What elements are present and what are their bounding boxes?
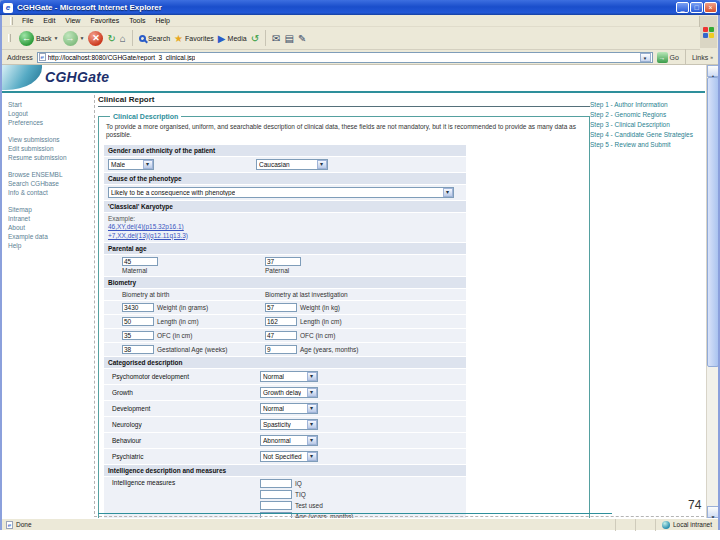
cause-select[interactable]: Likely to be a consequence with phenotyp…: [108, 187, 454, 198]
stop-button[interactable]: ✕: [88, 31, 103, 46]
biometry-birth-label: Length (in cm): [157, 318, 199, 325]
close-button[interactable]: ×: [704, 2, 717, 13]
biometry-birth-input[interactable]: 35: [122, 331, 154, 340]
category-value: Growth delay: [263, 389, 301, 396]
status-page-icon: e: [6, 521, 13, 529]
category-select[interactable]: Normal: [260, 371, 318, 382]
intelligence-input[interactable]: [260, 490, 292, 499]
category-select[interactable]: Growth delay: [260, 387, 318, 398]
nav-link[interactable]: Resume submission: [8, 153, 92, 162]
biometry-last-input[interactable]: 9: [265, 345, 297, 354]
nav-link[interactable]: Sitemap: [8, 205, 92, 214]
menu-item[interactable]: View: [60, 17, 85, 24]
biometry-last-input[interactable]: 47: [265, 331, 297, 340]
biometry-birth-cell: 50 Length (in cm): [108, 317, 251, 326]
menu-item[interactable]: Edit: [38, 17, 60, 24]
category-value: Abnormal: [263, 437, 291, 444]
history-icon: ↺: [251, 31, 259, 46]
go-button[interactable]: → Go: [657, 52, 679, 63]
address-input[interactable]: e http://localhost:8080/CGHGate/report_3…: [37, 52, 653, 63]
menu-item[interactable]: Favorites: [85, 17, 124, 24]
nav-link[interactable]: Info & contact: [8, 188, 92, 197]
back-label: Back: [36, 35, 52, 42]
search-icon: [139, 35, 146, 42]
menu-item[interactable]: Help: [151, 17, 175, 24]
paternal-age-input[interactable]: 37: [265, 257, 301, 266]
biometry-birth-input[interactable]: 3430: [122, 303, 154, 312]
maternal-age-input[interactable]: 45: [122, 257, 158, 266]
step-link[interactable]: Step 3 - Clinical Description: [590, 120, 712, 130]
biometry-birth-input[interactable]: 50: [122, 317, 154, 326]
slide-page-number: 74: [688, 498, 701, 512]
nav-link[interactable]: Logout: [8, 109, 92, 118]
category-select[interactable]: Not Specified: [260, 451, 318, 462]
nav-link[interactable]: Intranet: [8, 214, 92, 223]
intelligence-field-label: IQ: [295, 480, 302, 487]
search-button[interactable]: Search: [139, 35, 170, 42]
back-icon: ←: [19, 31, 34, 46]
scrollbar-thumb[interactable]: [707, 77, 718, 367]
biometry-row: 3430 Weight (in grams) 57 Weight (in kg): [104, 301, 466, 315]
back-button[interactable]: ← Back ▼: [19, 31, 59, 46]
chevron-down-icon: [307, 404, 317, 413]
biometry-last-input[interactable]: 162: [265, 317, 297, 326]
menu-item[interactable]: Tools: [124, 17, 150, 24]
clinical-form: Gender and ethnicity of the patient Male…: [104, 145, 466, 518]
menu-item[interactable]: File: [17, 17, 38, 24]
address-url: http://localhost:8080/CGHGate/report_3_c…: [48, 54, 196, 61]
report-main: Clinical Report Clinical Description To …: [98, 95, 590, 518]
step-link[interactable]: Step 1 - Author Information: [590, 100, 712, 110]
nav-link[interactable]: Preferences: [8, 118, 92, 127]
browser-window: e CGHGate - Microsoft Internet Explorer …: [0, 0, 720, 530]
karyotype-link[interactable]: +7,XX,del(13)(q12.11q13.3): [108, 232, 462, 241]
category-select[interactable]: Normal: [260, 403, 318, 414]
scroll-down-icon[interactable]: [707, 506, 718, 518]
window-title: CGHGate - Microsoft Internet Explorer: [17, 3, 162, 12]
nav-link[interactable]: Browse ENSEMBL: [8, 170, 92, 179]
home-button[interactable]: ⌂: [120, 31, 126, 46]
nav-link[interactable]: Start: [8, 100, 92, 109]
nav-link[interactable]: Edit submission: [8, 144, 92, 153]
biometry-birth-cell: 3430 Weight (in grams): [108, 303, 251, 312]
mail-button[interactable]: ✉: [272, 31, 280, 46]
nav-link[interactable]: View submissions: [8, 135, 92, 144]
address-dropdown-button[interactable]: ▼: [640, 53, 651, 62]
nav-link[interactable]: About: [8, 223, 92, 232]
maternal-label: Maternal: [122, 267, 251, 274]
category-value: Normal: [263, 405, 284, 412]
step-link[interactable]: Step 2 - Genomic Regions: [590, 110, 712, 120]
intelligence-input[interactable]: [260, 479, 292, 488]
search-label: Search: [148, 35, 170, 42]
category-select[interactable]: Spasticity: [260, 419, 318, 430]
nav-link[interactable]: Help: [8, 241, 92, 250]
category-select[interactable]: Abnormal: [260, 435, 318, 446]
karyotype-link[interactable]: 46,XY,del(4)(p15.32p16.1): [108, 223, 462, 232]
forward-button[interactable]: → ▼: [63, 31, 85, 46]
minimize-button[interactable]: _: [676, 2, 689, 13]
edit-button[interactable]: ✎: [298, 31, 306, 46]
maximize-button[interactable]: □: [690, 2, 703, 13]
step-link[interactable]: Step 5 - Review and Submit: [590, 140, 712, 150]
links-bar-toggle[interactable]: Links »: [692, 54, 713, 61]
favorites-button[interactable]: ★ Favorites: [174, 31, 214, 46]
history-button[interactable]: ↺: [251, 31, 259, 46]
biometry-birth-input[interactable]: 38: [122, 345, 154, 354]
refresh-button[interactable]: ↻: [107, 31, 115, 46]
category-value: Spasticity: [263, 421, 291, 428]
media-button[interactable]: ▶ Media: [218, 31, 247, 46]
category-value: Normal: [263, 373, 284, 380]
ethnicity-select[interactable]: Caucasian: [256, 159, 328, 170]
nav-link[interactable]: Search CGHbase: [8, 179, 92, 188]
page-icon: e: [39, 53, 46, 61]
gender-select[interactable]: Male: [108, 159, 154, 170]
nav-link[interactable]: Example data: [8, 232, 92, 241]
scroll-up-icon[interactable]: [707, 65, 718, 77]
vertical-scrollbar[interactable]: [706, 65, 718, 518]
step-link[interactable]: Step 4 - Candidate Gene Strategies: [590, 130, 712, 140]
biometry-last-input[interactable]: 57: [265, 303, 297, 312]
intelligence-input[interactable]: [260, 501, 292, 510]
media-label: Media: [228, 35, 247, 42]
mail-icon: ✉: [272, 31, 280, 46]
category-label: Psychomotor development: [108, 373, 260, 380]
print-button[interactable]: ▤: [284, 31, 293, 46]
